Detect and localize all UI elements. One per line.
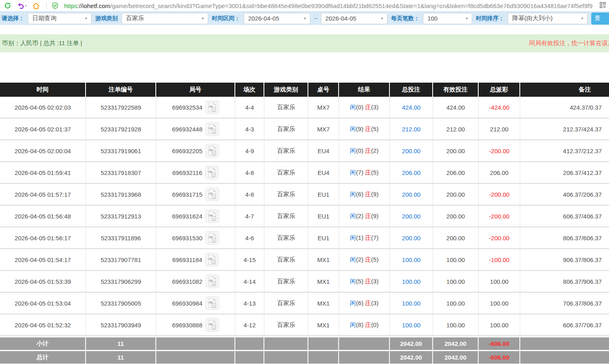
cell-total-bet[interactable]: 200.00 bbox=[390, 184, 433, 206]
cell-result: 闲(0) 庄(2) bbox=[339, 140, 390, 162]
video-file-icon bbox=[205, 209, 219, 223]
result-player-score: (0) bbox=[356, 104, 365, 110]
cell-time: 2026-04-05 01:54:17 bbox=[0, 249, 86, 271]
cell-round-number: 696931624 bbox=[156, 206, 235, 227]
date-to-value: 2026-04-05 bbox=[325, 15, 356, 22]
cell-result: 闲(7) 庄(5) bbox=[339, 162, 390, 184]
cell-time: 2026-04-05 01:56:48 bbox=[0, 206, 86, 227]
cell-total-bet[interactable]: 100.00 bbox=[390, 249, 433, 271]
filter-bar: 请选择： 日期查询 ▼ 游戏类别 百家乐 ▼ 时间区间： 2026-04-05 … bbox=[0, 11, 609, 25]
back-dropdown-caret[interactable]: ▾ bbox=[25, 4, 27, 8]
round-number-text: 696932116 bbox=[172, 169, 202, 176]
video-replay-button[interactable] bbox=[205, 231, 219, 245]
result-banker-label: 庄 bbox=[365, 125, 371, 132]
cell-total-bet[interactable]: 100.00 bbox=[390, 314, 433, 336]
page-size-value: 100 bbox=[427, 15, 437, 22]
url-path: /game/betrecord_search/kind3?GameType=30… bbox=[110, 2, 592, 9]
page-size-select[interactable]: 100 ▼ bbox=[423, 13, 472, 24]
search-button[interactable]: 查 bbox=[591, 12, 609, 25]
date-to-select[interactable]: 2026-04-05 ▼ bbox=[321, 13, 387, 24]
video-replay-button[interactable] bbox=[205, 296, 219, 310]
footer-count: 11 bbox=[86, 350, 156, 364]
cell-total-bet[interactable]: 424.00 bbox=[390, 97, 433, 119]
cell-session: 4-12 bbox=[235, 314, 264, 336]
cell-table-number: EU1 bbox=[308, 206, 339, 227]
cell-game-type: 百家乐 bbox=[264, 140, 308, 162]
col-total-bet: 总投注 bbox=[390, 83, 433, 97]
video-replay-button[interactable] bbox=[205, 253, 219, 266]
result-banker-label: 庄 bbox=[365, 212, 371, 219]
cell-total-bet[interactable]: 100.00 bbox=[390, 293, 433, 314]
video-replay-button[interactable] bbox=[205, 166, 219, 179]
footer-payout: -606.00 bbox=[479, 336, 520, 350]
table-row: 2026-04-05 02:00:04523317919061696932205… bbox=[0, 140, 609, 162]
result-player-label: 闲 bbox=[350, 169, 356, 176]
cell-total-bet[interactable]: 212.00 bbox=[390, 119, 433, 140]
video-replay-button[interactable] bbox=[205, 187, 219, 201]
qr-code-icon[interactable] bbox=[600, 2, 606, 10]
cell-valid-bet: 424.00 bbox=[433, 97, 479, 119]
cell-total-bet[interactable]: 100.00 bbox=[390, 271, 433, 293]
security-shield-icon[interactable] bbox=[52, 2, 59, 9]
video-replay-button[interactable] bbox=[205, 122, 219, 136]
cell-bet-number: 523317903949 bbox=[86, 314, 156, 336]
result-player-label: 闲 bbox=[350, 300, 356, 306]
round-number-text: 696931184 bbox=[172, 256, 202, 263]
date-from-select[interactable]: 2026-04-05 ▼ bbox=[244, 13, 310, 24]
video-file-icon bbox=[205, 318, 219, 332]
query-type-select[interactable]: 日期查询 ▼ bbox=[28, 13, 92, 24]
cell-note: 206.37/412.37 bbox=[520, 162, 609, 184]
cell-round-number: 696932116 bbox=[156, 162, 235, 184]
chevron-down-icon: ▼ bbox=[380, 17, 384, 21]
cell-game-type: 百家乐 bbox=[264, 249, 308, 271]
col-table-number: 桌号 bbox=[308, 83, 339, 97]
cell-table-number: MX1 bbox=[308, 271, 339, 293]
cell-table-number: EU1 bbox=[308, 227, 339, 249]
result-player-score: (5) bbox=[356, 278, 365, 285]
table-row: 2026-04-05 01:54:17523317907781696931184… bbox=[0, 249, 609, 271]
result-banker-label: 庄 bbox=[365, 191, 371, 198]
result-player-score: (9) bbox=[356, 125, 365, 132]
video-replay-button[interactable] bbox=[205, 318, 219, 332]
result-banker-score: (3) bbox=[371, 300, 379, 306]
chevron-down-icon: ▼ bbox=[580, 17, 584, 21]
result-banker-label: 庄 bbox=[365, 169, 371, 176]
footer-label: 小计 bbox=[0, 336, 86, 350]
footer-empty bbox=[308, 336, 339, 350]
back-icon[interactable]: ▾ bbox=[17, 2, 27, 9]
footer-empty bbox=[339, 336, 390, 350]
round-number-wrap: 696932448 bbox=[156, 122, 235, 136]
cell-valid-bet: 200.00 bbox=[433, 227, 479, 249]
cell-total-bet[interactable]: 200.00 bbox=[390, 140, 433, 162]
cell-time: 2026-04-05 01:59:41 bbox=[0, 162, 86, 184]
result-player-score: (7) bbox=[356, 169, 365, 176]
cell-total-bet[interactable]: 206.00 bbox=[390, 162, 433, 184]
result-banker-label: 庄 bbox=[365, 300, 371, 306]
address-bar[interactable]: https://iohetf.com/game/betrecord_search… bbox=[64, 2, 597, 9]
cell-total-bet[interactable]: 200.00 bbox=[390, 227, 433, 249]
cell-session: 4-8 bbox=[235, 162, 264, 184]
video-replay-button[interactable] bbox=[205, 144, 219, 158]
time-sort-select[interactable]: 降幂(由大到小) ▼ bbox=[508, 13, 588, 24]
result-banker-label: 庄 bbox=[365, 321, 371, 328]
cell-round-number: 696930888 bbox=[156, 314, 235, 336]
game-type-select[interactable]: 百家乐 ▼ bbox=[121, 13, 208, 24]
result-player-label: 闲 bbox=[350, 321, 356, 328]
cell-time: 2026-04-05 02:02:03 bbox=[0, 97, 86, 119]
cell-bet-number: 523317922589 bbox=[86, 97, 156, 119]
result-banker-score: (7) bbox=[371, 234, 379, 241]
cell-total-payout: -200.00 bbox=[479, 184, 520, 206]
video-replay-button[interactable] bbox=[205, 209, 219, 223]
query-type-label: 请选择： bbox=[2, 15, 24, 22]
round-number-wrap: 696931530 bbox=[156, 231, 235, 245]
bet-record-table: 时间 注单编号 局号 场次 游戏类别 桌号 结果 总投注 有效投注 总派彩 备注… bbox=[0, 83, 609, 364]
round-number-wrap: 696930888 bbox=[156, 318, 235, 332]
table-row: 2026-04-05 01:57:17523317913968696931715… bbox=[0, 184, 609, 206]
video-replay-button[interactable] bbox=[205, 100, 219, 114]
cell-total-bet[interactable]: 200.00 bbox=[390, 206, 433, 227]
video-replay-button[interactable] bbox=[205, 275, 219, 288]
col-session: 场次 bbox=[235, 83, 264, 97]
table-row: 2026-04-05 01:59:41523317918307696932116… bbox=[0, 162, 609, 184]
home-icon[interactable] bbox=[32, 2, 40, 10]
refresh-icon[interactable] bbox=[4, 2, 11, 9]
